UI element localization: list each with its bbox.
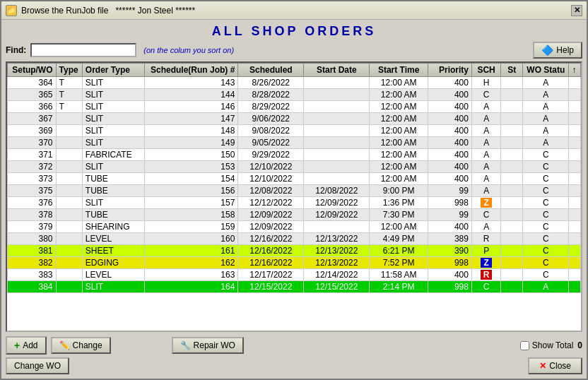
cell-type — [56, 137, 82, 149]
table-row[interactable]: 379 SHEARING 159 12/09/2022 12:00 AM 400… — [8, 221, 581, 233]
cell-extra — [569, 197, 581, 209]
table-row[interactable]: 373 TUBE 154 12/10/2022 12:00 AM 400 A C — [8, 173, 581, 185]
find-bar: Find: (on the colum you sort on) 🔷 Help — [6, 42, 582, 59]
add-button[interactable]: + Add — [6, 336, 47, 355]
table-row[interactable]: 382 EDGING 162 12/16/2022 12/13/2022 7:5… — [8, 257, 581, 269]
cell-st — [501, 245, 523, 257]
cell-ordertype: SLIT — [82, 125, 144, 137]
cell-priority: 400 — [428, 149, 471, 161]
change-icon: ✏️ — [59, 340, 70, 350]
help-icon: 🔷 — [541, 44, 553, 56]
cell-type — [56, 185, 82, 197]
col-header-st[interactable]: St — [501, 64, 523, 77]
cell-setup: 376 — [8, 197, 57, 209]
col-header-sch[interactable]: SCH — [471, 64, 500, 77]
cell-schednum: 153 — [144, 161, 238, 173]
col-header-startdate[interactable]: Start Date — [304, 64, 370, 77]
cell-extra — [569, 173, 581, 185]
table-row[interactable]: 381 SHEET 161 12/16/2022 12/13/2022 6:21… — [8, 245, 581, 257]
table-row[interactable]: 364 T SLIT 143 8/26/2022 12:00 AM 400 H … — [8, 77, 581, 89]
cell-starttime: 2:14 PM — [370, 281, 428, 293]
col-header-schednum[interactable]: Schedule(Run Job) # — [144, 64, 238, 77]
table-row[interactable]: 367 SLIT 147 9/06/2022 12:00 AM 400 A A — [8, 113, 581, 125]
cell-schednum: 162 — [144, 257, 238, 269]
close-x-icon: ✕ — [539, 361, 546, 371]
cell-sch: R — [471, 233, 500, 245]
change-wo-button[interactable]: Change WO — [6, 357, 69, 374]
cell-setup: 379 — [8, 221, 57, 233]
show-total-checkbox[interactable] — [520, 341, 529, 350]
col-header-scheduled[interactable]: Scheduled — [238, 64, 304, 77]
help-button[interactable]: 🔷 Help — [533, 42, 582, 59]
cell-schednum: 157 — [144, 197, 238, 209]
cell-startdate — [304, 161, 370, 173]
table-row[interactable]: 376 SLIT 157 12/12/2022 12/09/2022 1:36 … — [8, 197, 581, 209]
cell-extra — [569, 281, 581, 293]
repair-wo-button[interactable]: 🔧 Repair WO — [172, 337, 244, 354]
close-label: Close — [549, 361, 571, 371]
cell-schednum: 164 — [144, 281, 238, 293]
col-header-starttime[interactable]: Start Time — [370, 64, 428, 77]
cell-wostatus: A — [523, 113, 569, 125]
cell-scheduled: 12/12/2022 — [238, 197, 304, 209]
cell-type — [56, 173, 82, 185]
repair-wo-label: Repair WO — [194, 340, 235, 350]
col-header-ordertype[interactable]: Order Type — [82, 64, 144, 77]
col-header-type[interactable]: Type — [56, 64, 82, 77]
cell-setup: 367 — [8, 113, 57, 125]
cell-priority: 400 — [428, 125, 471, 137]
cell-scheduled: 12/10/2022 — [238, 173, 304, 185]
change-button[interactable]: ✏️ Change — [51, 337, 111, 354]
cell-extra — [569, 245, 581, 257]
title-bar: 📁 Browse the RunJob file ****** Jon Stee… — [1, 1, 587, 20]
show-total-checkbox-label[interactable]: Show Total — [520, 340, 573, 350]
table-row[interactable]: 371 FABRICATE 150 9/29/2022 12:00 AM 400… — [8, 149, 581, 161]
table-row[interactable]: 372 SLIT 153 12/10/2022 12:00 AM 400 A C — [8, 161, 581, 173]
cell-extra — [569, 209, 581, 221]
cell-st — [501, 185, 523, 197]
cell-startdate: 12/14/2022 — [304, 269, 370, 281]
table-row[interactable]: 375 TUBE 156 12/08/2022 12/08/2022 9:00 … — [8, 185, 581, 197]
col-header-priority[interactable]: Priority — [428, 64, 471, 77]
cell-ordertype: SLIT — [82, 137, 144, 149]
cell-st — [501, 173, 523, 185]
table-row[interactable]: 380 LEVEL 160 12/16/2022 12/13/2022 4:49… — [8, 233, 581, 245]
cell-wostatus: A — [523, 101, 569, 113]
cell-startdate: 12/09/2022 — [304, 209, 370, 221]
table-row[interactable]: 366 T SLIT 146 8/29/2022 12:00 AM 400 A … — [8, 101, 581, 113]
cell-priority: 389 — [428, 233, 471, 245]
col-header-wostatus[interactable]: WO Statu — [523, 64, 569, 77]
cell-starttime: 4:49 PM — [370, 233, 428, 245]
cell-priority: 400 — [428, 269, 471, 281]
find-input[interactable] — [30, 43, 136, 57]
cell-schednum: 163 — [144, 269, 238, 281]
cell-starttime: 12:00 AM — [370, 221, 428, 233]
close-icon[interactable]: ✕ — [571, 5, 582, 16]
table-row[interactable]: 365 T SLIT 144 8/28/2022 12:00 AM 400 C … — [8, 89, 581, 101]
table-row[interactable]: 378 TUBE 158 12/09/2022 12/09/2022 7:30 … — [8, 209, 581, 221]
cell-scheduled: 8/29/2022 — [238, 101, 304, 113]
table-row[interactable]: 370 SLIT 149 9/05/2022 12:00 AM 400 A A — [8, 137, 581, 149]
cell-setup: 373 — [8, 173, 57, 185]
cell-type — [56, 149, 82, 161]
cell-sch: C — [471, 209, 500, 221]
cell-priority: 99 — [428, 209, 471, 221]
table-row[interactable]: 384 SLIT 164 12/15/2022 12/15/2022 2:14 … — [8, 281, 581, 293]
cell-ordertype: LEVEL — [82, 233, 144, 245]
cell-sch: A — [471, 137, 500, 149]
cell-type — [56, 113, 82, 125]
close-button[interactable]: ✕ Close — [528, 357, 582, 374]
table-row[interactable]: 369 SLIT 148 9/08/2022 12:00 AM 400 A A — [8, 125, 581, 137]
cell-sch: A — [471, 149, 500, 161]
cell-setup: 364 — [8, 77, 57, 89]
cell-priority: 400 — [428, 173, 471, 185]
table-row[interactable]: 383 LEVEL 163 12/17/2022 12/14/2022 11:5… — [8, 269, 581, 281]
cell-starttime: 11:58 AM — [370, 269, 428, 281]
col-header-setup[interactable]: Setup/WO — [8, 64, 57, 77]
app-icon: 📁 — [6, 5, 17, 16]
cell-startdate: 12/13/2022 — [304, 233, 370, 245]
browse-label[interactable]: Browse the RunJob file — [21, 6, 108, 16]
cell-ordertype: EDGING — [82, 257, 144, 269]
table-scroll[interactable]: Setup/WO Type Order Type Schedule(Run Jo… — [7, 63, 581, 331]
main-window: 📁 Browse the RunJob file ****** Jon Stee… — [0, 0, 588, 380]
